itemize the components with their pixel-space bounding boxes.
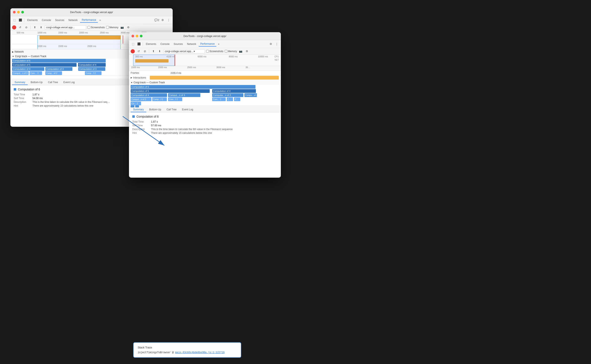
tab-summary-2[interactable]: Summary — [131, 107, 146, 112]
minimize-button-1[interactable] — [17, 11, 20, 13]
record-button-1[interactable] — [12, 25, 16, 30]
compn3-block-1[interactable]: Comput…n of 3 — [12, 71, 29, 75]
minimize-button-2[interactable] — [136, 35, 138, 37]
sep3 — [149, 49, 149, 53]
comp6-2[interactable]: Computation of 6 — [131, 85, 255, 89]
minimap-selection[interactable] — [133, 55, 175, 66]
cursor-icon[interactable]: ⬚ — [12, 18, 17, 23]
compf2-block-1[interactable]: Comp…f 2 — [85, 71, 101, 75]
comp5-2[interactable]: Computation of 5 — [131, 89, 210, 93]
small2-2[interactable] — [135, 105, 139, 107]
cursor-icon-2[interactable]: ⬚ — [131, 42, 136, 46]
download-icon-1[interactable]: ⬇ — [39, 25, 43, 30]
com2-block-1[interactable]: Com… 2 — [30, 71, 42, 75]
comp4a-block-1[interactable]: Computation of 4 — [78, 63, 106, 67]
interactions-bar-2 — [150, 76, 279, 80]
screenshots-checkbox-label-1: Screenshots — [87, 26, 105, 29]
comp4r7-2[interactable]: Co… 2 — [131, 102, 141, 105]
url-bar-1[interactable] — [45, 25, 86, 30]
tab-eventlog-1[interactable]: Event Log — [61, 80, 77, 85]
screenshots-checkbox-2[interactable] — [206, 50, 209, 52]
record-button-2[interactable] — [131, 49, 135, 53]
upload-icon-1[interactable]: ⬆ — [32, 25, 37, 30]
comp4r5-2[interactable]: C… — [227, 98, 233, 101]
maximize-button-1[interactable] — [21, 11, 24, 13]
clear-icon-1[interactable]: ⊘ — [24, 25, 29, 30]
screenshots-checkbox-1[interactable] — [87, 26, 90, 29]
screenshots-checkbox-label-2: Screenshots — [206, 50, 223, 53]
comp4r4-2[interactable]: Com… 2 — [212, 98, 226, 101]
upload-icon-2[interactable]: ⬆ — [151, 49, 156, 54]
tab-bar-2: ⬚ ⬛ Elements Console Sources Network Per… — [129, 40, 281, 48]
inspect-icon-2[interactable]: ⬛ — [136, 42, 141, 46]
more-tabs-2[interactable]: » — [217, 43, 220, 46]
compn3a-2[interactable]: Comput…n of 3 — [168, 93, 200, 97]
tab-summary-1[interactable]: Summary — [12, 80, 28, 85]
comp3a-block-1[interactable]: Computation of 3 — [45, 67, 72, 71]
tab-eventlog-2[interactable]: Event Log — [180, 107, 196, 112]
reload-icon-2[interactable]: ↺ — [136, 49, 141, 54]
comp4r1-2[interactable]: Comput…n of 3 — [131, 98, 151, 101]
tab-sources-2[interactable]: Sources — [172, 42, 185, 46]
comp4b-2[interactable]: Computation of 4 — [131, 93, 167, 97]
comp5-block-1[interactable]: Computation of 5 — [12, 63, 77, 67]
compa-2[interactable]: Computia…n of 3 — [212, 93, 243, 97]
tab-console-1[interactable]: Console — [40, 18, 53, 22]
small1-2[interactable] — [131, 105, 134, 107]
comp4b-block-1[interactable]: Computation of 4 — [12, 67, 44, 71]
perf-settings-icon-1[interactable]: ⚙ — [126, 25, 131, 30]
tab-elements-2[interactable]: Elements — [144, 42, 158, 46]
settings-icon-1[interactable]: ⚙ — [160, 18, 165, 23]
chat-icon-1[interactable]: 💬 2 — [154, 18, 159, 23]
record-toolbar-2: ↺ ⊘ ⬆ ⬇ Screenshots Memory 📷 ⚙ — [129, 48, 281, 55]
memory-checkbox-2[interactable] — [225, 50, 227, 52]
tab-performance-1[interactable]: Performance — [80, 18, 98, 23]
clear-icon-2[interactable]: ⊘ — [142, 49, 147, 54]
stack-trace-link[interactable]: main.63cb5c4bde8be90a.js:1:122716 — [175, 351, 225, 354]
compof2-block-1[interactable]: Comp…of 2 — [45, 71, 62, 75]
titlebar-1: DevTools - corgi-collage.vercel.app/ — [10, 8, 173, 16]
time-mark-1500: 1500 ms — [58, 31, 67, 34]
more-icon-2[interactable]: ⋮ — [274, 42, 279, 46]
memory-checkbox-1[interactable] — [106, 26, 109, 29]
tab-calltree-2[interactable]: Call Tree — [164, 107, 179, 112]
tab-performance-2[interactable]: Performance — [199, 42, 216, 46]
record-toolbar-1: ↺ ⊘ ⬆ ⬇ Screenshots Memory 📷 ⚙ — [10, 24, 173, 31]
tab-bottomup-2[interactable]: Bottom-Up — [147, 107, 163, 112]
settings-icon-2[interactable]: ⚙ — [268, 42, 273, 46]
close-button-2[interactable] — [131, 35, 134, 37]
mark-1500ms: 1500 ms — [58, 45, 67, 47]
tab-network-2[interactable]: Network — [185, 42, 198, 46]
capture-icon-2[interactable]: 📷 — [238, 49, 243, 54]
download-icon-2[interactable]: ⬇ — [157, 49, 162, 54]
comp3b-block-1[interactable]: Computation of 3 — [78, 67, 105, 71]
url-bar-2[interactable] — [163, 49, 205, 53]
tab-calltree-1[interactable]: Call Tree — [46, 80, 60, 85]
compb-2[interactable]: Compu…of 2 — [244, 93, 257, 97]
inspect-icon[interactable]: ⬛ — [18, 18, 23, 23]
comp4r3-2[interactable]: Com…f 2 — [168, 98, 182, 101]
time-10000ms: 10000 ms — [258, 55, 268, 58]
capture-icon-1[interactable]: 📷 — [120, 25, 125, 30]
mark-35xx: 35… — [245, 66, 250, 69]
perf-settings-icon-2[interactable]: ⚙ — [244, 49, 249, 54]
more-tabs-1[interactable]: » — [99, 19, 102, 22]
minimap-2[interactable]: 300 ms 4100 ms 6000 ms 8000 ms 10000 ms … — [129, 55, 281, 66]
tab-bottomup-1[interactable]: Bottom-Up — [28, 80, 45, 85]
flame-row2-1: Computation of 6 — [129, 85, 281, 89]
comp4r6-2[interactable]: C… — [234, 98, 240, 101]
comp4-2[interactable]: Computation of 4 — [212, 89, 256, 93]
tab-elements-1[interactable]: Elements — [26, 18, 39, 22]
hint-row-2: Hint There are approximately 15 calculat… — [132, 131, 277, 134]
titlebar-2: DevTools - corgi-collage.vercel.app/ — [129, 32, 281, 40]
comp4r2-2[interactable]: Comp…f 2 — [152, 98, 167, 101]
more-icon-1[interactable]: ⋮ — [166, 18, 171, 23]
comp6-block-1[interactable]: Computation of 6 — [12, 59, 106, 63]
tab-network-1[interactable]: Network — [67, 18, 79, 22]
reload-icon-1[interactable]: ↺ — [17, 25, 22, 30]
window2-inner: DevTools - corgi-collage.vercel.app/ ⬚ ⬛… — [129, 32, 281, 178]
tab-console-2[interactable]: Console — [159, 42, 171, 46]
close-button-1[interactable] — [13, 11, 16, 13]
maximize-button-2[interactable] — [140, 35, 142, 37]
tab-sources-1[interactable]: Sources — [54, 18, 66, 22]
